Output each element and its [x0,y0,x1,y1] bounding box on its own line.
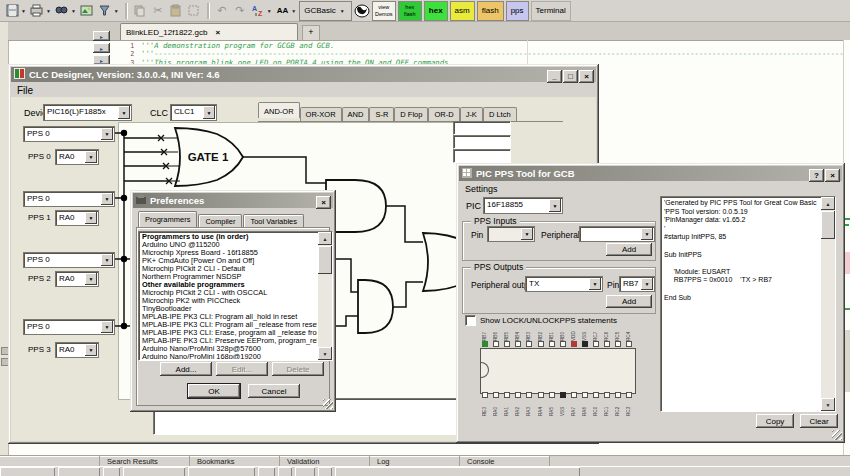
pps-close-button[interactable]: × [825,169,840,182]
chip-pin-RC3[interactable] [626,392,632,398]
pps-bus-combo-0[interactable]: PPS 0 [23,126,115,142]
programmer-list-item[interactable]: Microchip PICkit 2 CLI - with OSCCAL [140,289,317,297]
print-caret-icon[interactable]: ▼ [46,8,51,14]
redo-icon[interactable]: ↷ [232,3,248,19]
pps-pin-arrow-icon[interactable] [85,344,97,356]
programmer-list-item[interactable]: Arduino Nano/ProMini 328p@57600 [140,345,317,353]
undo-icon[interactable]: ↶ [214,3,230,19]
chip-pin-RB2[interactable] [538,341,544,347]
pps-pin-combo-1[interactable]: RA0 [55,210,99,226]
peripheral-output-combo[interactable]: TX [525,276,603,292]
pps-pin-arrow-icon[interactable] [85,212,97,224]
clc-output-box[interactable] [453,149,511,163]
preferences-close-button[interactable]: × [316,196,331,209]
programmer-list-item[interactable]: Microchip PICkit 2 CLI - Default [140,265,317,273]
chip-pin-RC1[interactable] [604,392,610,398]
programmer-list-item[interactable]: Other available programmers [140,281,317,289]
flash-button[interactable]: flash [477,1,504,21]
programmer-list-item[interactable]: Arduino UNO @115200 [140,241,317,249]
paste-icon[interactable] [168,3,184,19]
clc-titlebar[interactable]: CLC Designer, Version: 3.0.0.4, INI Ver:… [11,67,596,82]
peripheral-output-arrow-icon[interactable] [589,278,601,290]
save-caret-icon[interactable]: ▼ [21,8,26,14]
programmer-list-item[interactable]: MPLAB-IPE PK3 CLI: Erase, program all _r… [140,329,317,337]
output-pin-arrow-icon[interactable] [641,278,653,290]
chip-pin-RC4[interactable] [626,341,632,347]
save-icon[interactable] [4,3,20,19]
peripheral-input-arrow-icon[interactable] [641,228,653,240]
select-icon[interactable] [186,3,202,19]
terminal-button[interactable]: Terminal [531,1,571,21]
chip-pin-RE3[interactable] [482,392,488,398]
programmer-list-item[interactable]: Northern Programmer NSDSP [140,273,317,281]
chip-pin-RB3[interactable] [526,341,532,347]
filter-icon[interactable] [97,3,113,19]
clc-minimize-button[interactable]: _ [547,70,562,83]
gcbasic-combo-button[interactable]: GCBasic▼ [299,1,352,21]
pps-bus-combo-1[interactable]: PPS 0 [23,191,115,207]
preferences-resize-grip[interactable] [323,399,333,409]
clc-output-box[interactable] [453,121,511,135]
pic-combo-arrow-icon[interactable] [549,199,561,212]
programmers-listbox[interactable]: Programmers to use (in order)Arduino UNO… [138,231,333,361]
programmer-list-item[interactable]: MPLAB-IPE PK3 CLI: Program all _release … [140,321,317,329]
filter-caret-icon[interactable]: ▼ [114,8,119,14]
scroll-up-icon[interactable]: ▲ [318,232,332,245]
pps-pin-arrow-icon[interactable] [85,273,97,285]
output-pin-combo[interactable]: RB7 [619,276,655,292]
chip-pin-VSS[interactable] [582,341,588,347]
chip-pin-RC5[interactable] [615,341,621,347]
cancel-button[interactable]: Cancel [248,384,300,398]
pic-combo[interactable]: 16F18855 [483,197,563,214]
pps-button[interactable]: pps [506,1,529,21]
generated-code-panel[interactable]: 'Generated by PIC PPS Tool for Great Cow… [660,196,836,412]
chip-pin-RC6[interactable] [604,341,610,347]
pps-pin-combo-2[interactable]: RA0 [55,271,99,287]
chip-pin-RA1[interactable] [504,392,510,398]
image-icon[interactable] [79,3,95,19]
pps-menu-settings[interactable]: Settings [459,184,504,194]
preferences-tab-compiler[interactable]: Compiler [198,214,242,228]
pps-help-button[interactable]: ? [809,169,824,182]
chip-pin-RA7[interactable] [571,392,577,398]
chip-pin-RA5[interactable] [549,392,555,398]
pps-titlebar[interactable]: PIC PPS Tool for GCB ? × [459,166,842,181]
pps-bus-combo-3[interactable]: PPS 0 [23,319,115,335]
clear-button[interactable]: Clear [800,414,838,428]
clc-maximize-button[interactable]: □ [563,70,578,83]
font-size-button[interactable]: AA [275,3,291,19]
scroll-up-icon[interactable]: ▲ [821,197,835,210]
pps-bus-arrow-icon[interactable] [101,321,113,333]
new-tab-button[interactable]: + [302,25,320,40]
cut-icon[interactable]: ✂ [150,3,166,19]
chip-pin-RA0[interactable] [493,392,499,398]
programmer-list-item[interactable]: Microchip Xpress Board - 16f18855 [140,249,317,257]
programmers-scrollbar[interactable]: ▲▼ [318,232,332,360]
cow-icon[interactable] [354,3,370,19]
programmer-list-item[interactable]: MPLAB-IPE PK3 CLI: Preserve EEProm, prog… [140,337,317,345]
chip-pin-RC7[interactable] [593,341,599,347]
pps-pin-combo-3[interactable]: RA0 [55,342,99,358]
ok-button[interactable]: OK [188,384,240,398]
pps-resize-grip[interactable] [832,430,842,440]
clc-output-box[interactable] [453,135,511,149]
pps-outputs-add-button[interactable]: Add [606,295,652,308]
find-icon[interactable] [54,3,70,19]
programmer-list-item[interactable]: PK+ CmdAuto [Power On and Off] [140,257,317,265]
sort-caret-icon[interactable]: ▼ [267,8,272,14]
chip-pin-RA4[interactable] [538,392,544,398]
pps-pin-arrow-icon[interactable] [85,151,97,163]
preferences-titlebar[interactable]: Preferences × [133,193,333,208]
hex-flash-button[interactable]: hexflash [398,1,422,21]
add-button[interactable]: Add... [160,362,212,376]
chip-pin-VSS[interactable] [560,392,566,398]
tab-close-icon[interactable]: × [215,28,220,37]
view-demos-button[interactable]: viewDemos [372,1,396,21]
font-caret-icon[interactable]: ▼ [291,8,296,14]
gutter-button-mid[interactable]: ▸ [93,43,110,53]
chip-pin-RB6[interactable] [493,341,499,347]
peripheral-input-combo[interactable] [579,226,655,242]
copy-button[interactable]: Copy [756,414,794,428]
code-scrollbar[interactable]: ▲▼ [821,197,835,411]
delete-button[interactable]: Delete [272,362,324,376]
